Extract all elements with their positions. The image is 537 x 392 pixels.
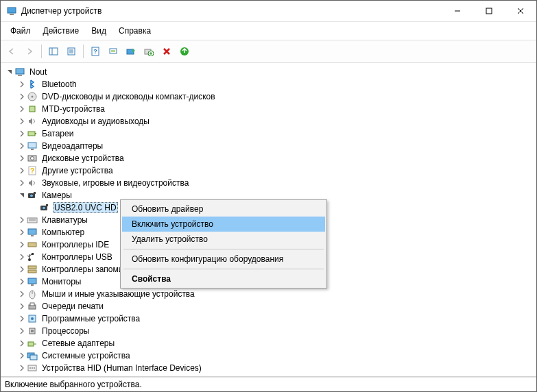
tree-item-label: Bluetooth [40,79,78,89]
tree-item-label: Звуковые, игровые и видеоустройства [40,178,190,188]
tree-item-label: USB2.0 UVC HD [53,202,118,213]
svg-rect-46 [32,253,34,255]
expander-icon[interactable] [17,79,27,89]
expander-icon[interactable] [17,302,27,311]
tree-item-label: Мыши и иные указывающие устройства [40,289,196,299]
tree-category-battery[interactable]: Батареи [2,127,535,140]
ctx-remove[interactable]: Удалить устройство [122,232,325,247]
tree-item-label: Устройства HID (Human Interface Devices) [40,363,203,373]
tree-category-bluetooth[interactable]: Bluetooth [2,78,535,90]
bt-icon [27,79,38,90]
tree-category-printq[interactable]: Очереди печати [2,300,535,313]
tree-root[interactable]: Nout [2,66,535,78]
expander-icon[interactable] [17,351,27,360]
tree-category-other[interactable]: ?Другие устройства [2,164,535,177]
expander-icon[interactable] [17,252,27,262]
menubar: Файл Действие Вид Справка [1,22,536,40]
svg-rect-47 [28,266,36,269]
chip-icon [27,103,38,114]
svg-rect-43 [31,235,34,236]
expander-icon[interactable] [5,67,14,77]
expander-icon[interactable] [17,289,27,299]
svg-point-30 [31,157,34,160]
tree-category-soundgame[interactable]: Звуковые, игровые и видеоустройства [2,177,535,189]
statusbar: Включение выбранного устройства. [1,377,536,391]
camera-icon [27,190,38,201]
scan-hardware-button[interactable] [105,43,121,60]
tree-category-mice[interactable]: Мыши и иные указывающие устройства [2,288,535,300]
menu-separator [123,249,324,249]
ide-icon [27,239,38,250]
tree-item-label: Камеры [40,191,73,200]
tree-item-label: Другие устройства [40,166,115,175]
help-button[interactable]: ? [87,43,104,60]
tree-category-cpu[interactable]: Процессоры [2,325,535,337]
close-button[interactable] [505,1,536,21]
system-icon [27,350,38,361]
expander-icon[interactable] [17,326,27,336]
show-hide-tree-button[interactable] [45,43,62,60]
ctx-scan[interactable]: Обновить конфигурацию оборудования [122,252,325,267]
ctx-props[interactable]: Свойства [122,271,325,286]
enable-button[interactable] [176,43,193,60]
maximize-button[interactable] [473,1,505,21]
svg-point-63 [29,367,31,369]
speaker-icon [27,116,38,127]
svg-text:?: ? [30,167,34,175]
tree-category-audio[interactable]: Аудиовходы и аудиовыходы [2,115,535,127]
properties-button[interactable] [63,43,80,60]
expander-icon[interactable] [17,277,27,286]
tree-category-system[interactable]: Системные устройства [2,350,535,362]
expander-icon[interactable] [17,117,27,126]
menu-separator [123,269,324,269]
tree-category-video[interactable]: Видеоадаптеры [2,140,535,152]
expander-icon[interactable] [17,166,27,175]
menu-view[interactable]: Вид [86,25,112,37]
expander-icon[interactable] [17,104,27,114]
disable-button[interactable] [158,43,175,60]
tree-category-mtd[interactable]: MTD-устройства [2,103,535,115]
tree-item-label: Батареи [40,129,75,138]
app-icon [6,5,17,16]
expander-icon[interactable] [17,92,27,101]
expander-icon[interactable] [17,228,27,237]
tree-category-hid[interactable]: Устройства HID (Human Interface Devices) [2,362,535,374]
expander-icon[interactable] [17,215,27,225]
expander-icon[interactable] [17,363,27,373]
menu-action[interactable]: Действие [38,25,85,37]
ctx-enable[interactable]: Включить устройство [122,217,325,232]
tree-category-disk[interactable]: Дисковые устройства [2,152,535,164]
expander-icon[interactable] [17,265,27,274]
expander-icon[interactable] [17,129,27,138]
tree-category-net[interactable]: Сетевые адаптеры [2,337,535,350]
toolbar-sep [41,45,42,58]
toolbar-sep [83,45,84,58]
svg-rect-35 [34,192,36,194]
soft-icon [27,313,38,324]
expander-icon[interactable] [17,339,27,348]
menu-help[interactable]: Справка [113,25,156,37]
menu-file[interactable]: Файл [5,25,36,37]
display-icon [27,140,38,151]
back-button[interactable] [3,43,20,60]
uninstall-button[interactable] [141,43,157,60]
svg-rect-59 [28,342,34,346]
tree-category-dvd[interactable]: DVD-дисководы и дисководы компакт-дисков [2,90,535,103]
forward-button[interactable] [21,43,38,60]
mouse-icon [27,289,38,299]
expander-icon[interactable] [17,154,27,163]
tree-category-software[interactable]: Программные устройства [2,313,535,325]
svg-point-37 [43,206,46,210]
expander-icon[interactable] [17,178,27,188]
expander-icon[interactable] [17,240,27,249]
expander-icon[interactable] [17,141,27,151]
expander-icon[interactable] [17,191,27,200]
expander-icon[interactable] [17,314,27,323]
ctx-upd[interactable]: Обновить драйвер [122,201,325,217]
context-menu: Обновить драйверВключить устройствоУдали… [120,199,327,289]
svg-rect-58 [31,330,34,332]
toolbar: ? [1,40,536,63]
svg-rect-54 [30,303,34,306]
update-driver-button[interactable] [123,43,139,60]
minimize-button[interactable] [442,1,473,21]
